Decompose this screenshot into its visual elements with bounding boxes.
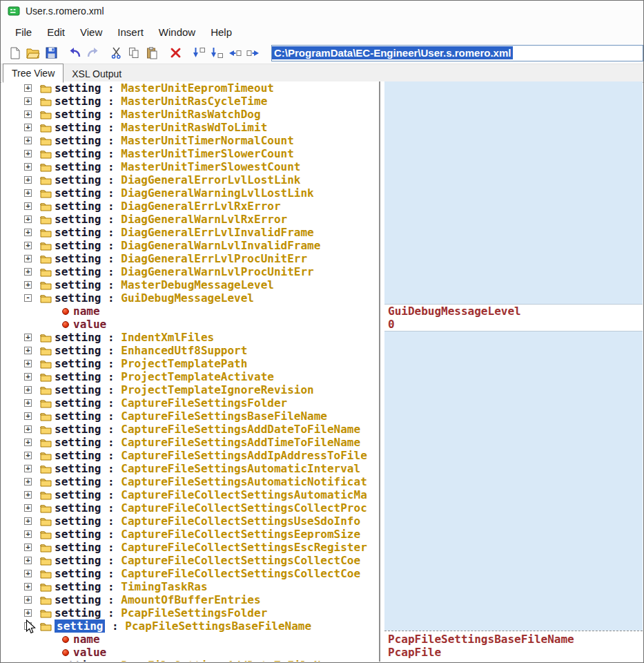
expand-toggle-icon[interactable]: +: [24, 124, 32, 131]
expand-toggle-icon[interactable]: +: [24, 150, 32, 157]
tree-row[interactable]: +setting : MasterUnitRasWdToLimit: [1, 121, 379, 134]
expand-toggle-icon[interactable]: +: [24, 255, 32, 262]
tree-row[interactable]: +setting : CaptureFileSettingsAutomaticN…: [1, 475, 379, 488]
tree-row[interactable]: +setting : CaptureFileCollectSettingsEsc…: [1, 541, 379, 554]
tree-row[interactable]: name: [1, 305, 379, 318]
expand-toggle-icon[interactable]: +: [24, 557, 32, 564]
expand-toggle-icon[interactable]: +: [24, 491, 32, 499]
expand-toggle-icon[interactable]: +: [24, 399, 32, 407]
tree-row[interactable]: +setting : CaptureFileSettingsAutomaticI…: [1, 462, 379, 475]
tree-row[interactable]: +setting : MasterUnitRasWatchDog: [1, 108, 379, 121]
expand-toggle-icon[interactable]: +: [24, 334, 32, 341]
tree-row[interactable]: +setting : MasterUnitTimerNormalCount: [1, 134, 379, 147]
expand-toggle-icon[interactable]: +: [24, 544, 32, 551]
insert-after-icon[interactable]: [190, 45, 208, 61]
paste-icon[interactable]: [143, 45, 161, 61]
tree-row[interactable]: +setting : MasterUnitRasCycleTime: [1, 95, 379, 108]
expand-toggle-icon[interactable]: +: [24, 229, 32, 236]
expand-toggle-icon[interactable]: +: [24, 189, 32, 197]
detail-value-cell[interactable]: PcapFileSettingsBaseFileName: [384, 633, 643, 646]
tree-row[interactable]: +setting : DiagGeneralWarningLvlLostLink: [1, 186, 379, 200]
tree-row[interactable]: +setting : EnhancedUtf8Support: [1, 344, 379, 357]
tab-tree-view[interactable]: Tree View: [3, 64, 64, 83]
expand-toggle-icon[interactable]: +: [24, 386, 32, 394]
expand-toggle-icon[interactable]: +: [24, 242, 32, 249]
tree-row[interactable]: -setting : GuiDebugMessageLevel: [1, 291, 379, 305]
detail-value-cell[interactable]: 0: [384, 318, 643, 331]
expand-toggle-icon[interactable]: +: [24, 478, 32, 486]
tree-row[interactable]: +setting : ProjectTemplateIgnoreRevision: [1, 383, 379, 396]
tree-row[interactable]: +setting : DiagGeneralErrLvlProcUnitErr: [1, 252, 379, 265]
expand-toggle-icon[interactable]: +: [24, 425, 32, 433]
pane-splitter[interactable]: [379, 81, 384, 662]
menu-item-window[interactable]: Window: [151, 23, 203, 41]
detail-value-cell[interactable]: GuiDebugMessageLevel: [384, 305, 643, 318]
tree-row[interactable]: +setting : CaptureFileSettingsBaseFileNa…: [1, 410, 379, 423]
detail-value-cell[interactable]: PcapFile: [384, 646, 643, 659]
tree-row[interactable]: +setting : MasterUnitTimerSlowestCount: [1, 160, 379, 173]
path-input[interactable]: C:\ProgramData\EC-Engineer\User.s.romero…: [271, 45, 643, 61]
tree-row[interactable]: -setting : PcapFileSettingsBaseFileName: [1, 619, 379, 633]
tree-row[interactable]: +setting : MasterDebugMessageLevel: [1, 278, 379, 291]
expand-toggle-icon[interactable]: +: [24, 570, 32, 577]
move-right-icon[interactable]: [244, 45, 262, 61]
new-document-icon[interactable]: [6, 45, 24, 61]
tree-row[interactable]: +setting : DiagGeneralWarnLvlProcUnitErr: [1, 265, 379, 278]
tree-row[interactable]: +setting : ProjectTemplateActivate: [1, 370, 379, 383]
tree-row[interactable]: +setting : IndentXmlFiles: [1, 331, 379, 344]
tree-row[interactable]: +setting : CaptureFileCollectSettingsAut…: [1, 488, 379, 501]
tree-row[interactable]: +setting : AmountOfBufferEntries: [1, 593, 379, 606]
expand-toggle-icon[interactable]: +: [24, 281, 32, 289]
expand-toggle-icon[interactable]: +: [24, 97, 32, 105]
expand-toggle-icon[interactable]: +: [24, 504, 32, 512]
tree-row[interactable]: +setting : CaptureFileSettingsAddIpAddre…: [1, 449, 379, 462]
expand-toggle-icon[interactable]: +: [24, 465, 32, 472]
expand-toggle-icon[interactable]: +: [24, 530, 32, 538]
copy-icon[interactable]: [125, 45, 143, 61]
move-left-icon[interactable]: [226, 45, 244, 61]
insert-child-icon[interactable]: [208, 45, 226, 61]
menu-item-insert[interactable]: Insert: [110, 23, 151, 41]
expand-toggle-icon[interactable]: +: [24, 268, 32, 276]
expand-toggle-icon[interactable]: +: [24, 583, 32, 590]
expand-toggle-icon[interactable]: +: [24, 596, 32, 604]
delete-icon[interactable]: [166, 45, 184, 61]
expand-toggle-icon[interactable]: +: [24, 347, 32, 354]
menu-item-file[interactable]: File: [8, 23, 39, 41]
tree-row[interactable]: +setting : CaptureFileSettingsFolder: [1, 396, 379, 410]
expand-toggle-icon[interactable]: +: [24, 202, 32, 210]
expand-toggle-icon[interactable]: +: [24, 84, 32, 92]
save-icon[interactable]: [42, 45, 60, 61]
tree-row[interactable]: +setting : MasterUnitEepromTimeout: [1, 81, 379, 95]
tree-row[interactable]: +setting : DiagGeneralErrLvlRxError: [1, 200, 379, 213]
tree-row[interactable]: +setting : CaptureFileCollectSettingsUse…: [1, 515, 379, 528]
menu-item-view[interactable]: View: [72, 23, 110, 41]
expand-toggle-icon[interactable]: +: [24, 609, 32, 617]
expand-toggle-icon[interactable]: +: [24, 373, 32, 381]
tree-row[interactable]: +setting : CaptureFileCollectSettingsCol…: [1, 501, 379, 515]
undo-icon[interactable]: [66, 45, 84, 61]
tab-xsl-output[interactable]: XSL Output: [64, 66, 130, 82]
redo-icon[interactable]: [84, 45, 101, 61]
tree-row[interactable]: +setting : CaptureFileCollectSettingsCol…: [1, 567, 379, 580]
expand-toggle-icon[interactable]: +: [24, 110, 32, 118]
tree-row[interactable]: value: [1, 646, 379, 659]
expand-toggle-icon[interactable]: +: [24, 360, 32, 367]
expand-toggle-icon[interactable]: +: [24, 517, 32, 525]
menu-item-edit[interactable]: Edit: [39, 23, 72, 41]
expand-toggle-icon[interactable]: +: [24, 412, 32, 420]
tree-row[interactable]: +setting : CaptureFileSettingsAddDateToF…: [1, 423, 379, 436]
tree-row[interactable]: +setting : PcapFileSettingsFolder: [1, 606, 379, 619]
tree-row[interactable]: +setting : MasterUnitTimerSlowerCount: [1, 147, 379, 160]
open-file-icon[interactable]: [24, 45, 42, 61]
expand-toggle-icon[interactable]: +: [24, 452, 32, 459]
tree-row[interactable]: value: [1, 318, 379, 331]
tree-row[interactable]: +setting : CaptureFileCollectSettingsEep…: [1, 528, 379, 541]
tree-row[interactable]: +setting : CaptureFileSettingsAddTimeToF…: [1, 436, 379, 449]
menu-item-help[interactable]: Help: [203, 23, 240, 41]
expand-toggle-icon[interactable]: +: [24, 439, 32, 446]
tree-row[interactable]: name: [1, 633, 379, 646]
tree-row[interactable]: +setting : CaptureFileCollectSettingsCol…: [1, 554, 379, 567]
tree-row[interactable]: +setting : DiagGeneralWarnLvlRxError: [1, 213, 379, 226]
expand-toggle-icon[interactable]: +: [24, 176, 32, 184]
